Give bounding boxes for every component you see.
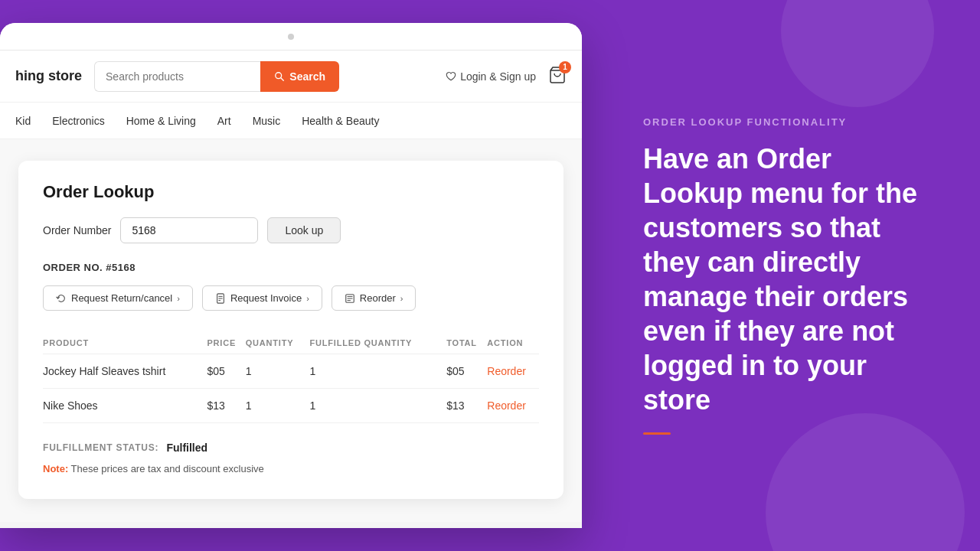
return-button-label: Request Return/cancel [71, 292, 172, 304]
fulfillment-value: Fulfilled [166, 442, 207, 454]
col-total: TOTAL [446, 332, 487, 354]
nav-item-health-beauty[interactable]: Health & Beauty [302, 115, 379, 127]
divider [643, 432, 671, 435]
cell-price: $05 [207, 354, 245, 389]
cell-action: Reorder [487, 354, 539, 389]
reorder-action-link[interactable]: Reorder [487, 365, 526, 377]
cell-price: $13 [207, 389, 245, 423]
cell-total: $05 [446, 354, 487, 389]
request-return-button[interactable]: Request Return/cancel › [43, 285, 193, 311]
cart-badge: 1 [559, 61, 571, 73]
header-right: Login & Sign up 1 [446, 66, 567, 87]
search-bar: Search [94, 61, 339, 92]
browser-bar [0, 23, 582, 51]
order-lookup-card: Order Lookup Order Number Look up ORDER … [18, 161, 564, 499]
store-header: hing store Search Login & Sign up [0, 51, 582, 103]
note-row: Note: These prices are tax and discount … [43, 463, 539, 474]
reorder-action-link[interactable]: Reorder [487, 399, 526, 412]
reorder-button[interactable]: Reorder › [332, 285, 416, 311]
cell-action: Reorder [487, 389, 539, 423]
login-label: Login & Sign up [460, 70, 536, 83]
store-name: hing store [15, 68, 82, 84]
fulfillment-row: FULFILLMENT STATUS: Fulfilled [43, 442, 539, 454]
reorder-chevron: › [400, 294, 403, 303]
lookup-button[interactable]: Look up [267, 217, 341, 243]
note-label: Note: [43, 463, 68, 474]
cell-product: Nike Shoes [43, 389, 207, 423]
col-quantity: QUANTITY [246, 332, 310, 354]
login-link[interactable]: Login & Sign up [446, 70, 536, 83]
reorder-icon [345, 293, 355, 304]
store-content: Order Lookup Order Number Look up ORDER … [0, 139, 582, 522]
col-product: PRODUCT [43, 332, 207, 354]
reorder-button-label: Reorder [360, 292, 396, 304]
cell-fulfilled-qty: 1 [310, 354, 447, 389]
col-action: ACTION [487, 332, 539, 354]
search-button[interactable]: Search [260, 61, 339, 92]
deco-circle-bottom [766, 413, 965, 551]
table-row: Jockey Half Sleaves tshirt $05 1 1 $05 R… [43, 354, 539, 389]
cell-total: $13 [446, 389, 487, 423]
order-number-row: Order Number Look up [43, 217, 539, 243]
store-nav: Kid Electronics Home & Living Art Music … [0, 103, 582, 139]
svg-line-1 [281, 77, 284, 80]
note-text: These prices are tax and discount exclus… [71, 463, 264, 474]
heart-icon [446, 71, 456, 82]
fulfillment-label: FULFILLMENT STATUS: [43, 442, 158, 453]
table-row: Nike Shoes $13 1 1 $13 Reorder [43, 389, 539, 423]
request-invoice-button[interactable]: Request Invoice › [202, 285, 322, 311]
invoice-button-label: Request Invoice [230, 292, 302, 304]
cell-quantity: 1 [246, 354, 310, 389]
cell-product: Jockey Half Sleaves tshirt [43, 354, 207, 389]
cart-icon-wrap[interactable]: 1 [548, 66, 567, 87]
order-table: PRODUCT PRICE QUANTITY FULFILLED QUANTIT… [43, 332, 539, 423]
invoice-icon [215, 293, 226, 304]
section-label: ORDER LOOKUP FUNCTIONALITY [643, 116, 934, 128]
order-lookup-title: Order Lookup [43, 182, 539, 202]
deco-circle-top [781, 0, 934, 107]
action-buttons: Request Return/cancel › Request Invoice … [43, 285, 539, 311]
order-number-input[interactable] [120, 217, 258, 243]
order-ref: ORDER NO. #5168 [43, 262, 539, 273]
cell-fulfilled-qty: 1 [310, 389, 447, 423]
right-panel: ORDER LOOKUP FUNCTIONALITY Have an Order… [582, 0, 980, 551]
nav-item-electronics[interactable]: Electronics [52, 115, 104, 127]
search-icon [274, 71, 285, 82]
search-input[interactable] [94, 61, 260, 92]
order-number-label: Order Number [43, 224, 111, 236]
col-price: PRICE [207, 332, 245, 354]
invoice-chevron: › [306, 294, 309, 303]
cell-quantity: 1 [246, 389, 310, 423]
nav-item-art[interactable]: Art [217, 115, 231, 127]
col-fulfilled-qty: FULFILLED QUANTITY [310, 332, 447, 354]
headline: Have an Order Lookup menu for the custom… [643, 142, 934, 417]
browser-window: hing store Search Login & Sign up [0, 23, 582, 528]
browser-dot [288, 34, 294, 40]
nav-item-music[interactable]: Music [253, 115, 281, 127]
nav-item-home-living[interactable]: Home & Living [126, 115, 196, 127]
return-chevron: › [177, 294, 180, 303]
nav-item-kid[interactable]: Kid [15, 115, 31, 127]
return-icon [56, 293, 67, 304]
search-button-label: Search [289, 70, 325, 83]
